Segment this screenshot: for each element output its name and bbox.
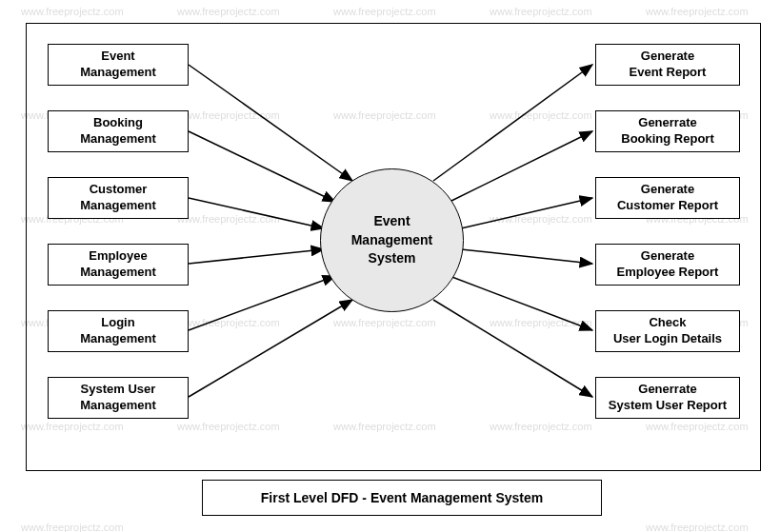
left-box-event-management: EventManagement bbox=[48, 44, 189, 86]
watermark: www.freeprojectz.com bbox=[177, 6, 280, 17]
diagram-title: First Level DFD - Event Management Syste… bbox=[202, 480, 602, 516]
left-box-customer-management: CustomerManagement bbox=[48, 177, 189, 219]
right-box-event-report: GenerateEvent Report bbox=[595, 44, 740, 86]
left-box-login-management: LoginManagement bbox=[48, 310, 189, 352]
right-box-booking-report: GenerrateBooking Report bbox=[595, 110, 740, 152]
watermark: www.freeprojectz.com bbox=[646, 6, 749, 17]
right-box-system-user-report: GenerrateSystem User Report bbox=[595, 377, 740, 419]
left-box-system-user-management: System UserManagement bbox=[48, 377, 189, 419]
left-box-booking-management: BookingManagement bbox=[48, 110, 189, 152]
watermark: www.freeprojectz.com bbox=[21, 6, 124, 17]
right-box-login-details: CheckUser Login Details bbox=[595, 310, 740, 352]
watermark: www.freeprojectz.com bbox=[490, 6, 592, 17]
left-box-employee-management: EmployeeManagement bbox=[48, 244, 189, 286]
watermark: www.freeprojectz.com bbox=[646, 522, 749, 532]
watermark: www.freeprojectz.com bbox=[21, 522, 124, 532]
right-box-employee-report: GenerateEmployee Report bbox=[595, 244, 740, 286]
right-box-customer-report: GenerateCustomer Report bbox=[595, 177, 740, 219]
watermark: www.freeprojectz.com bbox=[333, 6, 436, 17]
center-process: EventManagementSystem bbox=[320, 168, 464, 312]
